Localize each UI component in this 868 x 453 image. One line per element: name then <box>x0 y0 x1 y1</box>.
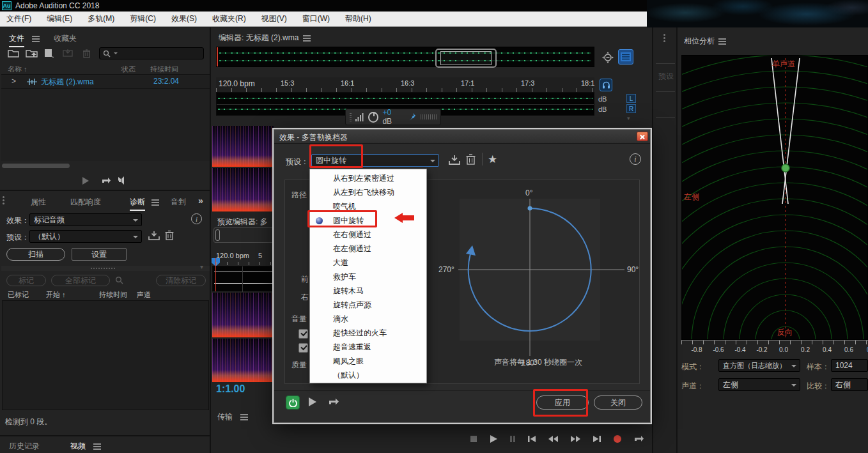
preset-option[interactable]: （默认） <box>310 368 426 382</box>
files-search-input[interactable] <box>99 47 204 59</box>
dock-preset-label[interactable]: 预设 <box>658 71 674 82</box>
import-file-button[interactable] <box>26 49 38 58</box>
files-col-duration[interactable]: 持续时间 <box>150 65 178 74</box>
menu-clip[interactable]: 剪辑(C) <box>130 13 156 24</box>
play-button[interactable] <box>489 434 498 443</box>
mark-all-button[interactable]: 全部标记 <box>51 275 110 286</box>
checkbox-2[interactable] <box>298 343 308 353</box>
marker-search-icon[interactable] <box>115 276 124 285</box>
preset-option[interactable]: 滴水 <box>310 312 426 326</box>
dialog-title-bar[interactable]: 效果 - 多普勒换档器 <box>274 130 650 144</box>
tab-video[interactable]: 视频 <box>70 441 86 453</box>
diag-splitter[interactable]: ▾ <box>1 266 210 271</box>
preset-option[interactable]: 从右到左紧密通过 <box>310 171 426 185</box>
effect-combo[interactable]: 标记音频 <box>29 213 142 226</box>
files-hscrollbar[interactable] <box>2 164 70 168</box>
preset-option[interactable]: 在右侧通过 <box>310 227 426 242</box>
files-list-area[interactable] <box>1 88 210 161</box>
dock-grip-icon[interactable] <box>663 34 665 36</box>
editor-timeline-ruler[interactable]: 120.0 bpm 15:3 16:1 16:3 17:1 17:3 18:1 <box>216 77 594 93</box>
phase-compare-combo[interactable]: 右侧 <box>831 378 868 391</box>
menu-window[interactable]: 窗口(W) <box>302 13 330 24</box>
dialog-save-preset-button[interactable] <box>448 154 461 165</box>
diag-col-channel[interactable]: 声道 <box>137 290 151 300</box>
tab-favorites[interactable]: 收藏夹 <box>54 33 77 44</box>
overlay-grip-icon[interactable] <box>421 114 437 119</box>
clear-marks-button[interactable]: 清除标记 <box>156 275 206 286</box>
diag-col-duration[interactable]: 持续时间 <box>99 290 127 300</box>
zoom-navigate-button[interactable] <box>601 51 614 64</box>
menu-multitrack[interactable]: 多轨(M) <box>88 13 114 24</box>
phase-graph[interactable] <box>681 55 868 340</box>
more-tabs-icon[interactable]: » <box>198 196 203 206</box>
scroll-down-icon[interactable]: ▾ <box>627 115 630 121</box>
file-row[interactable]: > 无标题 (2).wma 23:2.04 <box>1 75 210 88</box>
loop-playback-button[interactable] <box>633 435 644 443</box>
preset-option[interactable]: 在左侧通过 <box>310 242 426 256</box>
save-preset-button[interactable] <box>148 231 160 241</box>
preset-option[interactable]: 从左到右飞快移动 <box>310 185 426 199</box>
diagnostics-panel-menu-icon[interactable] <box>151 199 159 201</box>
gain-knob[interactable] <box>368 112 379 123</box>
files-loop-button[interactable] <box>101 177 111 185</box>
preset-option[interactable]: 超快经过的火车 <box>310 326 426 340</box>
preview-overview-strip[interactable] <box>213 227 274 243</box>
menu-edit[interactable]: 编辑(E) <box>47 13 72 24</box>
editor-panel-menu-icon[interactable] <box>303 35 311 36</box>
scan-button[interactable]: 扫描 <box>6 248 65 261</box>
pause-button[interactable] <box>509 435 516 443</box>
preset-option[interactable]: 大道 <box>310 256 426 270</box>
tab-diagnostics[interactable]: 诊断 <box>130 197 145 211</box>
skip-to-start-button[interactable] <box>527 435 536 443</box>
batch-button[interactable] <box>63 49 74 58</box>
effect-power-button[interactable] <box>286 395 300 410</box>
files-panel-menu-icon[interactable] <box>32 36 40 37</box>
menu-help[interactable]: 帮助(H) <box>345 13 371 24</box>
channel-right-button[interactable]: R <box>626 104 636 113</box>
diagnostics-panel-grip-icon[interactable] <box>3 196 4 198</box>
checkbox-1[interactable] <box>298 329 308 339</box>
close-button[interactable]: 关闭 <box>594 395 642 410</box>
tab-files[interactable]: 文件 <box>9 33 24 47</box>
new-item-button[interactable] <box>43 49 54 58</box>
phase-samples-input[interactable]: 1024 <box>831 359 868 372</box>
dialog-preview-play-button[interactable] <box>307 397 317 407</box>
phase-channel-combo[interactable]: 左侧 <box>718 378 800 391</box>
tab-properties[interactable]: 属性 <box>31 197 46 208</box>
skip-to-end-button[interactable] <box>593 435 601 443</box>
preset-option[interactable]: 旋转木马 <box>310 284 426 298</box>
pin-icon[interactable] <box>410 113 417 121</box>
preset-option[interactable]: 超音速重返 <box>310 340 426 354</box>
info-button[interactable]: i <box>191 213 202 224</box>
panel-layout-button[interactable] <box>618 49 633 65</box>
diag-col-start[interactable]: 开始 ↑ <box>46 290 66 300</box>
diag-results-list[interactable] <box>2 300 209 410</box>
files-auto-play-speaker-icon[interactable] <box>118 176 129 185</box>
tab-clipped[interactable]: 音剉 <box>171 197 186 208</box>
splitter-collapse-icon[interactable]: ▾ <box>200 263 203 270</box>
transport-panel-menu-icon[interactable] <box>240 414 248 415</box>
menu-view[interactable]: 视图(V) <box>261 13 287 24</box>
editor-overview-strip[interactable] <box>216 47 594 67</box>
dialog-loop-button[interactable] <box>328 397 339 406</box>
overview-selection-box[interactable] <box>435 49 497 68</box>
menu-favorites[interactable]: 收藏夹(R) <box>212 13 246 24</box>
favorite-star-icon[interactable]: ★ <box>488 153 497 166</box>
phase-panel-menu-icon[interactable] <box>718 38 726 40</box>
doppler-circle-chart[interactable]: 0° 90° 180° 270° <box>438 181 639 380</box>
files-preview-play-button[interactable] <box>81 176 89 185</box>
record-button[interactable] <box>613 434 622 443</box>
file-row-expander[interactable]: > <box>12 77 16 86</box>
dialog-info-button[interactable]: i <box>630 153 641 165</box>
tab-history[interactable]: 历史记录 <box>9 441 40 452</box>
mark-button[interactable]: 标记 <box>6 275 46 286</box>
monitor-headphones-button[interactable] <box>600 79 612 91</box>
menu-effects[interactable]: 效果(S) <box>171 13 197 24</box>
rewind-button[interactable] <box>548 435 559 443</box>
files-col-name[interactable]: 名称 ↑ <box>8 65 27 74</box>
dialog-close-button[interactable] <box>637 132 648 141</box>
files-col-status[interactable]: 状态 <box>121 65 136 74</box>
fast-forward-button[interactable] <box>570 435 581 443</box>
diag-col-marked[interactable]: 已标记 <box>8 290 29 300</box>
phase-mode-combo[interactable]: 直方图（日志缩放） <box>718 359 800 372</box>
